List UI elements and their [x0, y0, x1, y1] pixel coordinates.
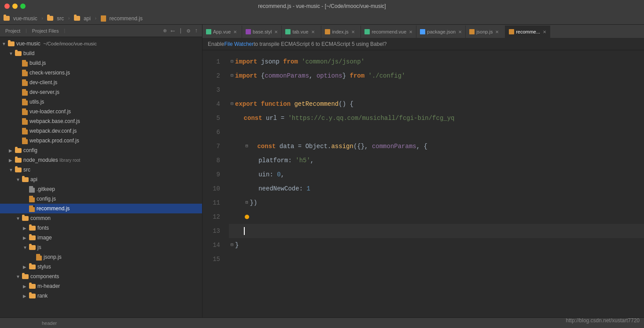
tree-item-dev-server[interactable]: dev-server.js [0, 87, 202, 97]
tab-recommend-vue[interactable]: recommend.vue ✕ [361, 26, 416, 38]
tree-item-check-versions[interactable]: check-versions.js [0, 68, 202, 78]
tree-label-vue-music: vue-music ~/Code/imooc/vue-music [16, 41, 97, 47]
tree-label-image: image [37, 235, 52, 241]
add-icon[interactable]: ⊕ [162, 27, 168, 34]
tree-item-image[interactable]: ▶ image [0, 233, 202, 242]
tree-item-webpack-prod[interactable]: webpack.prod.conf.js [0, 136, 202, 145]
tab-app-vue[interactable]: App.vue ✕ [202, 26, 242, 38]
tree-item-fonts[interactable]: ▶ fonts [0, 223, 202, 233]
fold-icon-1[interactable]: ⊟ [229, 59, 235, 65]
tab-icon-package-json [420, 29, 425, 34]
tree-item-m-header[interactable]: ▶ m-header [0, 281, 202, 291]
notification-text2: to transpile ECMAScript 6 to ECMAScript … [254, 41, 386, 47]
collapse-icon[interactable]: ↑ [193, 27, 199, 34]
bottom-bar: header [0, 317, 644, 328]
tab-icon-index-js [325, 29, 330, 34]
line-num-15: 15 [202, 252, 220, 266]
breadcrumb-sep1: › [41, 16, 44, 21]
tree-label-build-js: build.js [29, 60, 46, 66]
tab-icon-base-styl [246, 29, 251, 34]
fold-icon-2[interactable]: ⊟ [229, 73, 235, 79]
tree-item-utils[interactable]: utils.js [0, 97, 202, 107]
code-line-4: ⊟export function getRecommend() { [229, 101, 353, 108]
folder-icon-m-header [29, 284, 36, 289]
tab-bar: App.vue ✕ base.styl ✕ tab.vue ✕ index.js… [202, 25, 644, 38]
tree-label-build: build [23, 50, 34, 56]
minimize-button[interactable] [12, 4, 18, 9]
sidebar-toolbar: Project | Project Files | ⊕ ⟵ | ⚙ ↑ [0, 25, 202, 37]
fold-icon-7[interactable]: ⊟ [244, 143, 250, 149]
tree-item-dev-client[interactable]: dev-client.js [0, 78, 202, 87]
tree-item-stylus[interactable]: ▶ stylus [0, 262, 202, 272]
folder-icon-image [29, 235, 36, 240]
line-num-3: 3 [202, 83, 220, 97]
fold-icon-14[interactable]: ⊟ [229, 242, 235, 248]
code-editor[interactable]: 1 2 3 4 5 6 7 8 9 10 11 12 13 14 15 ⊟imp… [202, 50, 644, 317]
tree-item-webpack-base[interactable]: webpack.base.conf.js [0, 116, 202, 126]
tree-item-node-modules[interactable]: ▶ node_modules library root [0, 155, 202, 165]
tree-item-components[interactable]: ▼ components [0, 272, 202, 281]
tree-label-webpack-base: webpack.base.conf.js [29, 118, 80, 124]
editor-area: App.vue ✕ base.styl ✕ tab.vue ✕ index.js… [202, 25, 644, 317]
breadcrumb-src[interactable]: src [57, 15, 64, 22]
breakpoint-12 [245, 215, 249, 219]
tree-item-src[interactable]: ▼ src [0, 165, 202, 175]
breadcrumb-api-icon [74, 16, 80, 21]
line-num-13: 13 [202, 224, 220, 238]
tab-recommend-js[interactable]: recomme... ✕ [505, 26, 550, 38]
tab-label-recommend-vue: recommend.vue [372, 29, 406, 34]
tree-item-vue-loader[interactable]: vue-loader.conf.js [0, 107, 202, 116]
tab-label-recommend-js: recomme... [516, 29, 540, 34]
breadcrumb-recommend[interactable]: recommend.js [110, 15, 143, 22]
code-line-10: needNewCode: 1 [229, 185, 310, 192]
tab-project[interactable]: Project [3, 27, 23, 34]
folder-icon-api [22, 177, 29, 182]
breadcrumb-vue-music[interactable]: vue-music [13, 15, 37, 22]
line-num-8: 8 [202, 153, 220, 168]
tab-label-index-js: index.js [332, 29, 348, 34]
file-watcher-link[interactable]: File Watcher [224, 41, 254, 47]
tree-item-build-js[interactable]: build.js [0, 58, 202, 68]
tab-base-styl[interactable]: base.styl ✕ [242, 26, 282, 38]
line-numbers: 1 2 3 4 5 6 7 8 9 10 11 12 13 14 15 [202, 50, 225, 317]
tree-item-webpack-dev[interactable]: webpack.dev.conf.js [0, 126, 202, 136]
tab-jsonp-js[interactable]: jsonp.js ✕ [466, 26, 505, 38]
tab-index-js[interactable]: index.js ✕ [321, 26, 361, 38]
file-icon-webpack-dev [22, 128, 28, 134]
tree-item-vue-music[interactable]: ▼ vue-music ~/Code/imooc/vue-music [0, 39, 202, 48]
tab-project-files[interactable]: Project Files [29, 27, 62, 34]
line-num-6: 6 [202, 125, 220, 139]
tree-item-recommend-js[interactable]: recommend.js [0, 204, 202, 213]
tree-item-gitkeep[interactable]: .gitkeep [0, 184, 202, 194]
close-button[interactable] [4, 4, 10, 9]
tab-icon-jsonp-js [469, 29, 475, 34]
file-tree: ▼ vue-music ~/Code/imooc/vue-music ▼ bui… [0, 37, 202, 317]
tab-tab-vue[interactable]: tab.vue ✕ [282, 26, 321, 38]
tree-item-common[interactable]: ▼ common [0, 213, 202, 223]
breadcrumb-folder-icon [4, 16, 10, 21]
maximize-button[interactable] [20, 4, 26, 9]
tree-item-config[interactable]: ▶ config [0, 145, 202, 155]
folder-icon-stylus [29, 265, 36, 269]
tab-package-json[interactable]: package.json ✕ [416, 26, 466, 38]
tree-item-jsonp[interactable]: jsonp.js [0, 252, 202, 262]
tree-item-js-folder[interactable]: ▼ js [0, 242, 202, 252]
folder-icon-build [15, 51, 22, 56]
fold-icon-4[interactable]: ⊟ [229, 101, 235, 107]
tree-label-node-modules: node_modules library root [23, 157, 80, 163]
tree-item-rank[interactable]: ▶ rank [0, 291, 202, 301]
breadcrumb-sep2: › [67, 16, 70, 21]
folder-icon-node-modules [15, 158, 22, 163]
tree-label-config-js: config.js [37, 196, 56, 202]
filter-icon[interactable]: ⟵ [170, 27, 176, 34]
code-content[interactable]: ⊟import jsonp from 'common/js/jsonp' ⊟im… [225, 50, 644, 317]
title-bar: recommend.js - vue-music - [~/Code/imooc… [0, 0, 644, 12]
code-line-8: platform: 'h5', [229, 157, 314, 164]
tree-item-config-js[interactable]: config.js [0, 194, 202, 204]
tree-item-build[interactable]: ▼ build [0, 48, 202, 58]
line-num-5: 5 [202, 111, 220, 125]
tree-item-api[interactable]: ▼ api [0, 175, 202, 184]
settings-icon[interactable]: ⚙ [185, 27, 191, 34]
breadcrumb-api[interactable]: api [84, 15, 91, 22]
fold-icon-11[interactable]: ⊟ [244, 200, 250, 206]
